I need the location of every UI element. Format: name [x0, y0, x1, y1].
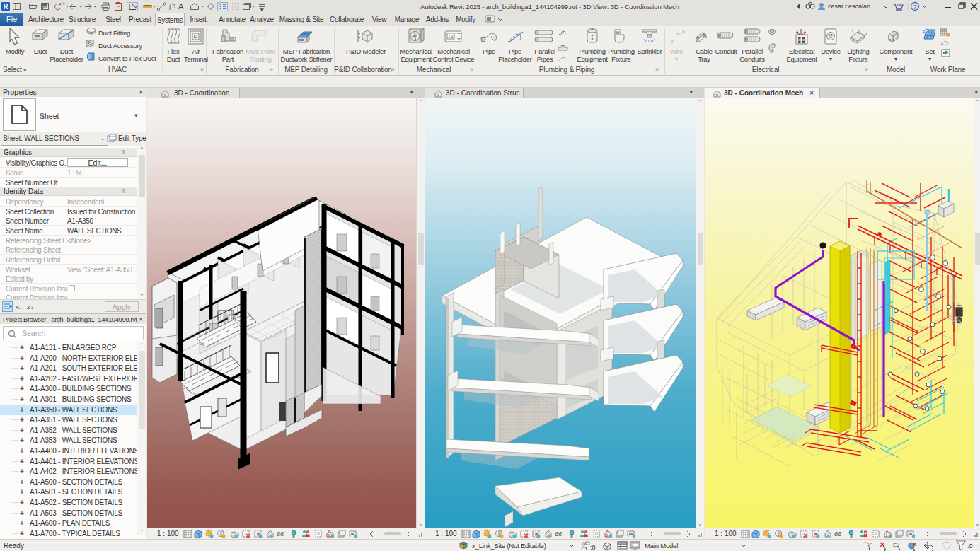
svg-text:72: 72	[448, 34, 454, 39]
svg-text:66: 66	[277, 530, 284, 538]
svg-text:R: R	[3, 3, 8, 11]
svg-text:66: 66	[834, 530, 841, 538]
svg-text:Z↓: Z↓	[27, 304, 33, 311]
svg-text:1 : 100: 1 : 100	[435, 530, 457, 538]
svg-text:↓: ↓	[931, 547, 934, 551]
svg-text:Main Model: Main Model	[645, 542, 678, 550]
svg-text:A↓: A↓	[16, 304, 22, 311]
svg-text::0: :0	[967, 543, 973, 550]
svg-text:x_Link_Site (Not Editable): x_Link_Site (Not Editable)	[472, 542, 546, 550]
svg-text:cesar.r.escalan...: cesar.r.escalan...	[828, 3, 876, 10]
svg-text:66: 66	[555, 530, 562, 538]
svg-text::0: :0	[590, 544, 596, 551]
svg-text:1 : 100: 1 : 100	[157, 530, 179, 538]
svg-text:?: ?	[913, 4, 916, 11]
svg-text:A: A	[178, 2, 184, 11]
svg-text:1 : 100: 1 : 100	[715, 530, 737, 538]
